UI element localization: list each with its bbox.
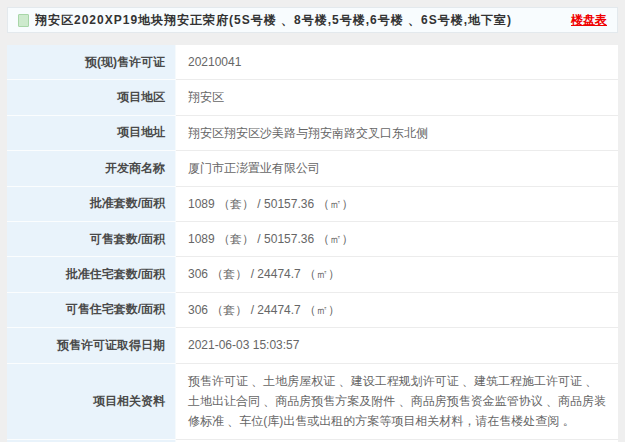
row-label: 批准住宅套数/面积 [7, 257, 176, 292]
row-label: 开发商名称 [7, 151, 176, 186]
table-row-district: 项目地区 翔安区 [7, 80, 618, 115]
row-label: 预(现)售许可证 [7, 45, 176, 80]
row-value: 306 （套） / 24474.7 （㎡） [176, 293, 618, 328]
table-row-sellable-units: 可售套数/面积 1089 （套） / 50157.36 （㎡） [7, 222, 618, 257]
table-row-approved-units: 批准套数/面积 1089 （套） / 50157.36 （㎡） [7, 187, 618, 222]
table-row-approved-residential: 批准住宅套数/面积 306 （套） / 24474.7 （㎡） [7, 257, 618, 292]
table-row-permit: 预(现)售许可证 20210041 [7, 45, 618, 80]
building-table-link[interactable]: 楼盘表 [571, 12, 607, 29]
row-label: 项目相关资料 [7, 364, 176, 440]
table-row-developer: 开发商名称 厦门市正澎置业有限公司 [7, 151, 618, 186]
row-value: 2021-06-03 15:03:57 [176, 328, 618, 363]
row-label: 可售住宅套数/面积 [7, 293, 176, 328]
property-info-page: 翔安区2020XP19地块翔安正荣府(5S号楼 、8号楼,5号楼,6号楼 、6S… [7, 7, 618, 442]
row-value: 1089 （套） / 50157.36 （㎡） [176, 187, 618, 222]
property-info-table: 预(现)售许可证 20210041 项目地区 翔安区 项目地址 翔安区翔安区沙美… [7, 45, 618, 442]
table-row-related-docs: 项目相关资料 预售许可证 、土地房屋权证 、建设工程规划许可证 、建筑工程施工许… [7, 364, 618, 440]
table-row-permit-date: 预售许可证取得日期 2021-06-03 15:03:57 [7, 328, 618, 363]
row-value: 1089 （套） / 50157.36 （㎡） [176, 222, 618, 257]
page-title: 翔安区2020XP19地块翔安正荣府(5S号楼 、8号楼,5号楼,6号楼 、6S… [35, 12, 561, 29]
row-label: 可售套数/面积 [7, 222, 176, 257]
row-label: 批准套数/面积 [7, 187, 176, 222]
row-label: 项目地址 [7, 116, 176, 151]
row-label: 预售许可证取得日期 [7, 328, 176, 363]
row-value: 20210041 [176, 45, 618, 80]
document-icon [18, 14, 29, 27]
table-row-sellable-residential: 可售住宅套数/面积 306 （套） / 24474.7 （㎡） [7, 293, 618, 328]
row-value: 306 （套） / 24474.7 （㎡） [176, 257, 618, 292]
table-row-address: 项目地址 翔安区翔安区沙美路与翔安南路交叉口东北侧 [7, 116, 618, 151]
row-label: 项目地区 [7, 80, 176, 115]
row-value: 厦门市正澎置业有限公司 [176, 151, 618, 186]
header-bar: 翔安区2020XP19地块翔安正荣府(5S号楼 、8号楼,5号楼,6号楼 、6S… [7, 7, 618, 33]
row-value: 翔安区翔安区沙美路与翔安南路交叉口东北侧 [176, 116, 618, 151]
row-value: 翔安区 [176, 80, 618, 115]
related-docs-text: 预售许可证 、土地房屋权证 、建设工程规划许可证 、建筑工程施工许可证 、土地出… [176, 364, 618, 440]
